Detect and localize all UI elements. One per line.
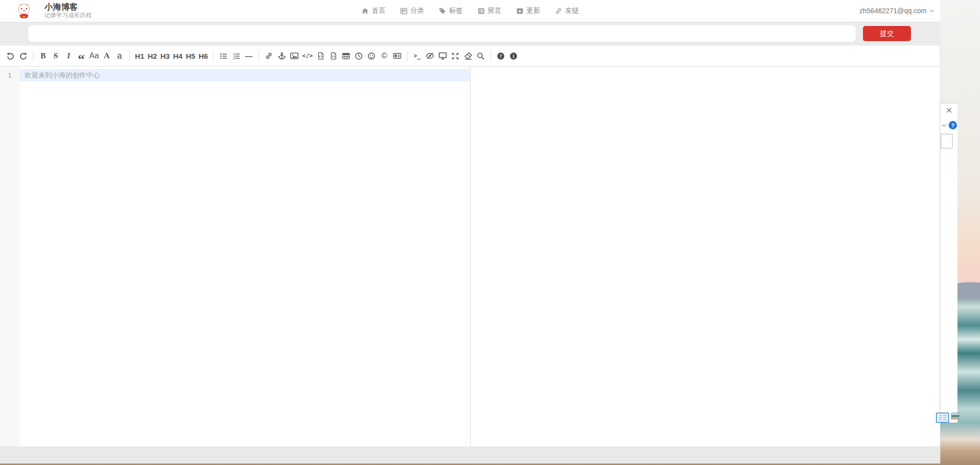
toolbar-datetime-button[interactable] (353, 49, 365, 63)
toolbar-clear-button[interactable] (462, 49, 475, 63)
toolbar-h5-button[interactable]: H5 (184, 49, 197, 63)
info-icon: i (509, 52, 518, 60)
tag-icon (439, 7, 446, 15)
popup-text-input[interactable] (941, 134, 953, 148)
account-menu[interactable]: zh56462271@qq.com (860, 7, 934, 15)
file-code-icon (317, 52, 325, 60)
help-icon: ? (497, 52, 505, 60)
eye-slash-icon (426, 51, 434, 60)
toolbar-emoji-button[interactable] (365, 49, 378, 63)
toolbar-redo-button[interactable] (17, 49, 29, 63)
nav-label: 首页 (372, 6, 385, 15)
list-ol-icon: 1 2 3 (232, 52, 240, 60)
expand-icon (451, 52, 459, 60)
toolbar-bold-button[interactable]: B (37, 49, 49, 63)
site-header: 小海博客 记录学习成长历程 首页 分类 (0, 0, 940, 22)
toolbar-quote-button[interactable]: “ (75, 52, 88, 67)
blog-title[interactable]: 小海博客 (45, 2, 92, 12)
compose-title-bar: 提交 (0, 22, 940, 46)
toolbar-code-block-button[interactable] (327, 49, 340, 63)
toolbar-code-button[interactable]: </> (301, 49, 314, 63)
toolbar-anchor-button[interactable] (275, 49, 288, 63)
active-line: 欢迎来到小海的创作中心 (20, 69, 470, 81)
undo-icon (6, 52, 15, 60)
popup-controls-row: ? (940, 121, 957, 129)
anchor-icon (278, 52, 286, 60)
popup-bottom-tools (936, 413, 959, 423)
popup-help-button[interactable]: ? (949, 121, 957, 129)
toolbar-separator (213, 50, 214, 61)
chain-link-icon (555, 7, 562, 15)
toolbar-h6-button[interactable]: H6 (197, 49, 210, 63)
toolbar-watch-button[interactable] (424, 49, 436, 63)
nav-item-categories[interactable]: 分类 (400, 6, 424, 15)
toolbar-separator (33, 50, 33, 61)
file-code-icon (330, 52, 337, 60)
toolbar-list-ul-button[interactable] (217, 49, 230, 63)
toolbar-h2-button[interactable]: H2 (146, 49, 159, 63)
toolbar-image-button[interactable] (288, 49, 301, 63)
markdown-preview-pane (471, 67, 940, 446)
toolbar-h4-button[interactable]: H4 (171, 49, 184, 63)
toolbar-link-button[interactable] (263, 49, 275, 63)
toolbar-list-ol-button[interactable]: 1 2 3 (230, 49, 242, 63)
toolbar-ucfirst-button[interactable]: A (100, 49, 113, 63)
toolbar-pagebreak-button[interactable] (391, 49, 404, 63)
toolbar-help-button[interactable]: ? (495, 49, 507, 63)
home-icon (361, 7, 369, 15)
blog-identity: 小海博客 记录学习成长历程 (45, 2, 92, 19)
page: 小海博客 记录学习成长历程 首页 分类 (0, 0, 980, 465)
blog-logo-avatar[interactable] (16, 3, 32, 19)
nav-label: 分类 (410, 6, 424, 15)
toolbar-search-button[interactable] (475, 49, 487, 63)
redo-icon (19, 52, 27, 60)
toolbar-separator (129, 50, 130, 61)
page-footer (0, 446, 940, 464)
toolbar-table-button[interactable] (340, 49, 353, 63)
eraser-icon (464, 51, 473, 60)
toolbar-lowercase-button[interactable]: a (113, 49, 126, 63)
toolbar-undo-button[interactable] (4, 49, 17, 63)
desktop-icon (438, 51, 447, 60)
nav-item-messages[interactable]: 留言 (478, 6, 502, 15)
editor-toolbar: B S I “ Aa A a H1 H2 H3 H4 H5 H6 1 (0, 46, 940, 67)
toolbar-preformatted-button[interactable] (314, 49, 327, 63)
link-icon (265, 52, 273, 60)
list-view-icon[interactable] (936, 413, 949, 423)
side-popup-panel: ? (940, 103, 957, 423)
popup-close-button[interactable] (945, 106, 953, 114)
image-thumbnail-icon[interactable] (951, 413, 959, 419)
svg-text:?: ? (500, 53, 502, 59)
toolbar-uppercase-button[interactable]: Aa (88, 49, 100, 63)
chevron-down-icon[interactable] (941, 122, 947, 128)
toolbar-preview-button[interactable] (436, 49, 449, 63)
nav-item-updates[interactable]: 更新 (516, 6, 540, 15)
clock-icon (355, 52, 363, 60)
nav-item-home[interactable]: 首页 (361, 6, 385, 15)
user-email: zh56462271@qq.com (860, 7, 927, 15)
toolbar-h3-button[interactable]: H3 (159, 49, 171, 63)
toolbar-html-entities-button[interactable]: © (378, 49, 391, 63)
toolbar-info-button[interactable]: i (507, 49, 520, 63)
toolbar-italic-button[interactable]: I (62, 49, 75, 63)
image-icon (290, 51, 299, 60)
search-icon (477, 52, 485, 60)
toolbar-h1-button[interactable]: H1 (133, 49, 146, 63)
toolbar-fullscreen-button[interactable] (449, 49, 462, 63)
emoji-icon (367, 52, 376, 60)
columns-icon (400, 7, 407, 15)
main-nav: 首页 分类 标签 (361, 6, 579, 15)
toolbar-separator (407, 50, 407, 61)
toolbar-strikethrough-button[interactable]: S (49, 49, 62, 63)
submit-button[interactable]: 提交 (863, 26, 911, 41)
caret-square-up-icon (516, 7, 524, 15)
post-title-input[interactable] (28, 25, 856, 42)
nav-item-friend-links[interactable]: 友链 (555, 6, 579, 15)
nav-item-tags[interactable]: 标签 (439, 6, 463, 15)
nav-label: 留言 (488, 6, 502, 15)
main-content: 小海博客 记录学习成长历程 首页 分类 (0, 0, 940, 464)
toolbar-goto-line-button[interactable]: >_ (411, 49, 424, 63)
list-ul-icon (219, 52, 228, 60)
markdown-editor-pane[interactable]: 欢迎来到小海的创作中心 (20, 67, 470, 446)
toolbar-hr-button[interactable]: — (242, 49, 255, 63)
